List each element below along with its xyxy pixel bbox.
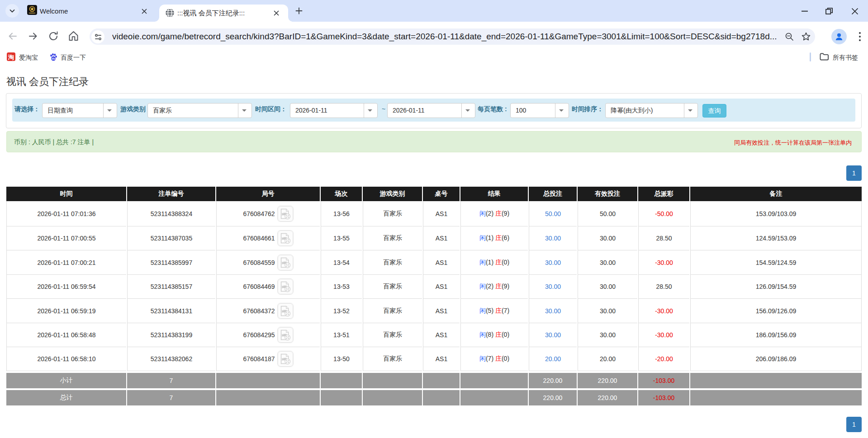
- svg-text:淘: 淘: [8, 54, 14, 61]
- svg-text:du: du: [52, 57, 55, 60]
